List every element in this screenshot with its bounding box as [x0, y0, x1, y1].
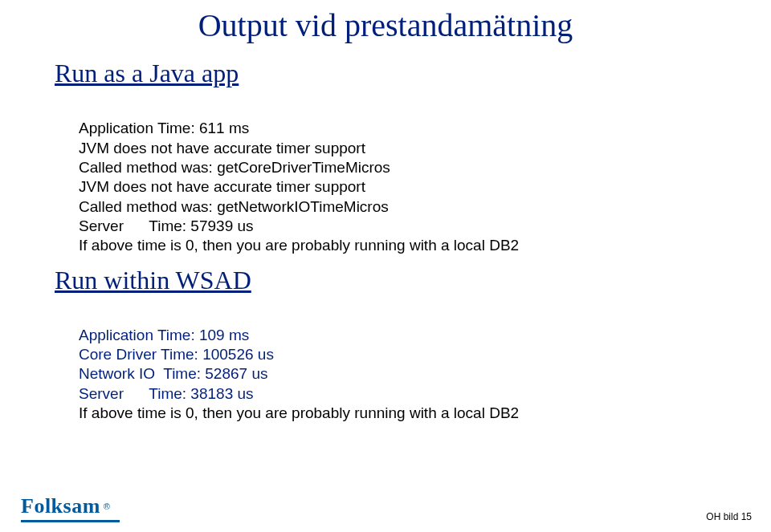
s1-l5: Server Time: 57939 us: [79, 217, 254, 234]
s1-l2: Called method was: getCoreDriverTimeMicr…: [79, 159, 390, 176]
page-title: Output vid prestandamätning: [0, 6, 771, 44]
brand-name: Folksam: [21, 494, 100, 518]
s2-l1: Core Driver Time: 100526 us: [79, 346, 274, 363]
s1-l1: JVM does not have accurate timer support: [79, 140, 365, 156]
section2-heading: Run within WSAD: [55, 266, 739, 295]
s2-l0: Application Time: 109 ms: [79, 327, 249, 343]
section1-block: Application Time: 611 ms JVM does not ha…: [79, 99, 739, 256]
brand-logo: Folksam ®: [21, 494, 120, 522]
s1-l0: Application Time: 611 ms: [79, 120, 249, 136]
s2-l2: Network IO Time: 52867 us: [79, 365, 268, 382]
brand-underline: [21, 520, 120, 522]
page-number: OH bild 15: [706, 511, 752, 522]
s1-l3: JVM does not have accurate timer support: [79, 178, 365, 195]
brand-registered-icon: ®: [104, 502, 110, 511]
s2-l4: If above time is 0, then you are probabl…: [79, 404, 519, 421]
s1-l6: If above time is 0, then you are probabl…: [79, 237, 519, 254]
section2-block: Application Time: 109 ms Core Driver Tim…: [79, 307, 739, 424]
main-content: Run as a Java app Application Time: 611 …: [0, 59, 771, 423]
s2-l3: Server Time: 38183 us: [79, 385, 254, 402]
s1-l4: Called method was: getNetworkIOTimeMicro…: [79, 198, 389, 215]
section1-heading: Run as a Java app: [55, 59, 739, 88]
